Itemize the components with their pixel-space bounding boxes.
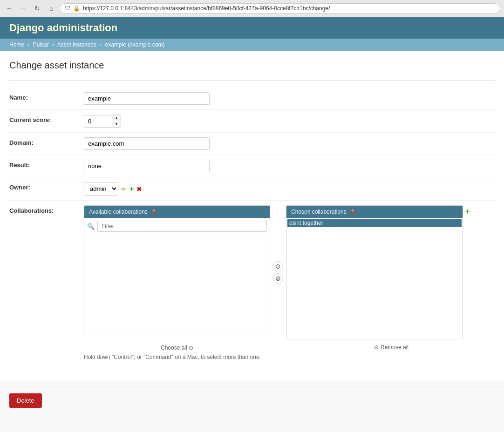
collab-actions: Choose all ⊙ ⊘ Remove all Hold down "Con… <box>84 344 495 365</box>
filter-wrap: 🔍 <box>84 218 270 235</box>
score-label: Current score: <box>9 115 84 123</box>
result-input-wrap <box>84 160 495 172</box>
result-label: Result: <box>9 160 84 169</box>
available-panel-header: Available collaborations ? <box>84 206 270 218</box>
help-text: Hold down "Control", or "Command" on a M… <box>84 354 495 360</box>
spin-buttons: ▲ ▼ <box>112 115 121 128</box>
owner-select[interactable]: admin <box>84 182 118 196</box>
name-input[interactable] <box>84 92 210 105</box>
spin-down-button[interactable]: ▼ <box>112 121 121 127</box>
result-input[interactable] <box>84 160 210 172</box>
filter-input[interactable] <box>97 221 267 232</box>
domain-input-wrap <box>84 137 495 150</box>
chosen-panel-header: Chosen collaborations ? <box>286 206 463 218</box>
name-input-wrap <box>84 92 495 105</box>
available-label: Available collaborations <box>89 209 148 215</box>
available-footer: Choose all ⊙ <box>84 344 270 351</box>
collaborations-label: Collaborations: <box>9 205 84 214</box>
delete-owner-icon[interactable]: ✖ <box>136 185 142 193</box>
collaborations-row: Collaborations: Available collaborations… <box>9 201 495 344</box>
score-input-wrap: ▲ ▼ <box>84 115 495 128</box>
home-button[interactable]: ⌂ <box>46 3 57 14</box>
chosen-list[interactable]: osint together <box>286 218 463 339</box>
name-label: Name: <box>9 92 84 101</box>
available-list[interactable] <box>84 235 270 333</box>
breadcrumb-pulsar[interactable]: Pulsar <box>33 41 49 48</box>
lock-icon: 🔒 <box>73 5 80 12</box>
shield-icon: 🛡 <box>65 5 70 12</box>
available-panel: Available collaborations ? 🔍 <box>84 205 270 333</box>
available-help-icon[interactable]: ? <box>150 209 157 215</box>
result-row: Result: <box>9 155 495 177</box>
owner-input-wrap: admin ✏ + ✖ <box>84 182 495 196</box>
forward-button[interactable]: → <box>18 3 29 14</box>
name-row: Name: <box>9 88 495 110</box>
chosen-footer: ⊘ Remove all <box>303 344 480 351</box>
admin-title: Django administration <box>9 22 117 34</box>
reload-button[interactable]: ↻ <box>32 3 43 14</box>
chosen-help-icon[interactable]: ? <box>349 209 356 215</box>
delete-button[interactable]: Delete <box>9 393 42 408</box>
breadcrumb-asset-instances[interactable]: Asset instances <box>57 41 96 48</box>
score-input[interactable] <box>84 115 112 128</box>
edit-owner-icon[interactable]: ✏ <box>121 185 127 193</box>
form-section: Name: Current score: ▲ ▼ Domain: <box>9 80 495 372</box>
chosen-select[interactable]: osint together <box>286 218 463 339</box>
domain-label: Domain: <box>9 137 84 146</box>
available-select[interactable] <box>84 235 270 333</box>
browser-chrome: ← → ↻ ⌂ 🛡 🔒 https://127.0.0.1:8443/admin… <box>0 0 504 17</box>
domain-input[interactable] <box>84 137 210 150</box>
breadcrumb-home[interactable]: Home <box>9 41 24 48</box>
back-button[interactable]: ← <box>4 3 15 14</box>
breadcrumb: Home › Pulsar › Asset instances › exampl… <box>0 39 504 51</box>
url-text: https://127.0.0.1:8443/admin/pulsar/asse… <box>83 5 330 12</box>
score-row: Current score: ▲ ▼ <box>9 110 495 133</box>
transfer-buttons: ⊙ ⊘ <box>272 261 284 284</box>
owner-label: Owner: <box>9 182 84 191</box>
page-title: Change asset instance <box>9 60 495 71</box>
move-right-button[interactable]: ⊙ <box>273 261 283 271</box>
address-bar[interactable]: 🛡 🔒 https://127.0.0.1:8443/admin/pulsar/… <box>60 3 500 14</box>
remove-all-button[interactable]: ⊘ Remove all <box>374 344 409 351</box>
bottom-section: Delete <box>0 386 504 415</box>
owner-row: Owner: admin ✏ + ✖ <box>9 177 495 201</box>
add-owner-icon[interactable]: + <box>129 185 134 193</box>
admin-header: Django administration <box>0 17 504 39</box>
chosen-label: Chosen collaborations <box>291 209 347 215</box>
spin-up-button[interactable]: ▲ <box>112 115 121 121</box>
domain-row: Domain: <box>9 133 495 155</box>
add-collaboration-icon[interactable]: + <box>465 205 470 217</box>
filter-search-icon: 🔍 <box>87 223 95 230</box>
chosen-panel: Chosen collaborations ? osint together <box>286 205 463 339</box>
main-content: Change asset instance Name: Current scor… <box>0 51 504 381</box>
move-left-button[interactable]: ⊘ <box>273 273 283 284</box>
collaborations-widget: Available collaborations ? 🔍 ⊙ ⊘ <box>84 205 495 339</box>
breadcrumb-current: example (example.com) <box>105 41 164 48</box>
choose-all-button[interactable]: Choose all ⊙ <box>161 344 193 351</box>
